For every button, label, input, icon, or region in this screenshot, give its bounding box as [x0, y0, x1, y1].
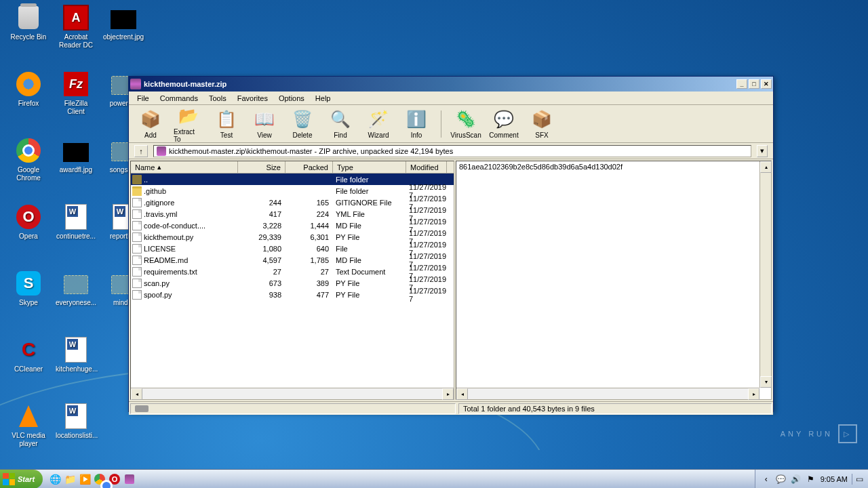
scroll-left-button[interactable]: ◂ — [456, 388, 468, 400]
tray-notify-icon[interactable]: 💬 — [776, 474, 787, 485]
tool-test-button[interactable]: 📋Test — [210, 107, 243, 140]
tool-label: Test — [220, 131, 233, 139]
ql-ie[interactable]: 🌐 — [48, 472, 62, 486]
file-type: PY File — [333, 233, 406, 241]
folder-up-icon — [132, 175, 142, 184]
maximize-button[interactable]: □ — [749, 79, 760, 89]
desktop-icon-objectrent-jpg[interactable]: objectrent.jpg — [103, 4, 144, 41]
file-row[interactable]: LICENSE1,080640File11/27/2019 7 — [131, 243, 454, 254]
tool-virusscan-button[interactable]: 🦠VirusScan — [450, 107, 482, 140]
close-button[interactable]: ✕ — [761, 79, 772, 89]
tool-add-button[interactable]: 📦Add — [134, 107, 167, 140]
file-type: File folder — [333, 176, 406, 184]
desktop-icon-kitchenhuge-[interactable]: kitchenhuge... — [56, 336, 96, 373]
file-row[interactable]: spoof.py938477PY File11/27/2019 7 — [131, 289, 454, 300]
file-row[interactable]: requirements.txt2727Text Document11/27/2… — [131, 266, 454, 277]
wizard-icon: 🪄 — [368, 108, 389, 130]
tool-delete-button[interactable]: 🗑️Delete — [286, 107, 319, 140]
desktop-icon-skype[interactable]: SSkype — [8, 270, 49, 307]
show-desktop-button[interactable]: ▭ — [852, 474, 863, 485]
file-row[interactable]: code-of-conduct....3,2281,444MD File11/2… — [131, 220, 454, 231]
preview-hscrollbar[interactable]: ◂ ▸ — [456, 388, 760, 399]
file-name: README.md — [144, 256, 188, 264]
col-header-packed[interactable]: Packed — [285, 161, 333, 173]
scroll-left-button[interactable]: ◂ — [131, 388, 142, 400]
desktop-icon-firefox[interactable]: Firefox — [8, 70, 49, 108]
titlebar[interactable]: kickthemout-master.zip _ □ ✕ — [129, 77, 773, 92]
tray-expand-icon[interactable]: ‹ — [761, 474, 772, 485]
col-header-size[interactable]: Size — [238, 161, 285, 173]
tray-flag-icon[interactable]: ⚑ — [806, 474, 816, 485]
file-packed: 224 — [285, 210, 333, 218]
file-row[interactable]: .gitignore244165GITIGNORE File11/27/2019… — [131, 197, 454, 208]
desktop-icon-ccleaner[interactable]: CCCleaner — [8, 336, 49, 373]
file-row[interactable]: README.md4,5971,785MD File11/27/2019 7 — [131, 254, 454, 266]
desktop-icon-vlc-media-player[interactable]: VLC media player — [8, 403, 49, 448]
ql-winrar[interactable] — [123, 472, 136, 486]
scroll-track[interactable] — [468, 388, 748, 399]
col-header-modified[interactable]: Modified — [406, 161, 447, 173]
tool-label: Comment — [489, 131, 518, 139]
file-list[interactable]: ..File folder.githubFile folder11/27/201… — [131, 174, 454, 388]
desktop-icon-filezilla-client[interactable]: FzFileZilla Client — [56, 70, 96, 116]
file-name: requirements.txt — [144, 268, 197, 276]
menu-tools[interactable]: Tools — [203, 93, 232, 104]
menu-favorites[interactable]: Favorites — [232, 93, 273, 104]
file-packed: 1,785 — [285, 256, 333, 264]
desktop-icon-awardfl-jpg[interactable]: awardfl.jpg — [56, 137, 96, 174]
tool-extract-to-button[interactable]: 📂Extract To — [172, 104, 205, 144]
desktop-icon-google-chrome[interactable]: Google Chrome — [8, 137, 49, 182]
tool-find-button[interactable]: 🔍Find — [324, 107, 357, 140]
minimize-button[interactable]: _ — [736, 79, 747, 89]
path-dropdown-button[interactable]: ▾ — [757, 145, 768, 157]
menu-commands[interactable]: Commands — [155, 93, 203, 104]
tool-view-button[interactable]: 📖View — [248, 107, 281, 140]
tool-info-button[interactable]: ℹ️Info — [400, 107, 433, 140]
desktop-icon-everyonese-[interactable]: everyonese... — [56, 270, 96, 307]
path-input[interactable]: kickthemout-master.zip\kickthemout-maste… — [153, 145, 751, 157]
file-row[interactable]: .travis.yml417224YML File11/27/2019 7 — [131, 208, 454, 220]
desktop[interactable]: Recycle BinAAcrobat Reader DCobjectrent.… — [0, 0, 868, 469]
file-list-panel: Name ▴ Size Packed Type Modified ..File … — [130, 161, 454, 400]
menu-file[interactable]: File — [132, 93, 155, 104]
file-row[interactable]: ..File folder — [131, 174, 454, 185]
desktop-icon-opera[interactable]: OOpera — [8, 203, 49, 241]
preview-vscrollbar[interactable]: ▴ ▾ — [760, 161, 771, 388]
start-button[interactable]: Start — [0, 470, 43, 489]
scroll-right-button[interactable]: ▸ — [442, 388, 454, 400]
col-header-name[interactable]: Name ▴ — [131, 161, 238, 173]
systray: ‹ 💬 🔊 ⚑ 9:05 AM ▭ — [755, 470, 868, 489]
file-row[interactable]: .githubFile folder11/27/2019 7 — [131, 185, 454, 197]
opera-icon: O — [15, 203, 42, 230]
file-hscrollbar[interactable]: ◂ ▸ — [131, 388, 454, 399]
desktop-icon-continuetre-[interactable]: continuetre... — [56, 203, 96, 241]
file-type: File folder — [333, 187, 406, 195]
menu-options[interactable]: Options — [273, 93, 310, 104]
col-header-type[interactable]: Type — [333, 161, 406, 173]
scroll-track[interactable] — [142, 388, 442, 399]
clock[interactable]: 9:05 AM — [821, 475, 848, 483]
file-row[interactable]: scan.py673389PY File11/27/2019 7 — [131, 277, 454, 289]
scroll-up-button[interactable]: ▴ — [760, 161, 772, 173]
desktop-icon-locationslisti-[interactable]: locationslisti... — [56, 403, 96, 440]
ql-player[interactable]: ▶️ — [78, 472, 92, 486]
desktop-icon-acrobat-reader-dc[interactable]: AAcrobat Reader DC — [56, 4, 96, 49]
tray-volume-icon[interactable]: 🔊 — [791, 474, 802, 485]
ql-explorer[interactable]: 📁 — [63, 472, 77, 486]
tool-comment-button[interactable]: 💬Comment — [488, 107, 520, 140]
icon-label: kitchenhuge... — [56, 365, 96, 373]
file-type: Text Document — [333, 268, 406, 276]
scroll-right-button[interactable]: ▸ — [748, 388, 760, 400]
file-row[interactable]: kickthemout.py29,3396,301PY File11/27/20… — [131, 231, 454, 243]
winrar-window: kickthemout-master.zip _ □ ✕ FileCommand… — [128, 76, 774, 412]
tool-sfx-button[interactable]: 📦SFX — [526, 107, 558, 140]
tool-label: Add — [144, 131, 157, 139]
ql-chrome[interactable] — [93, 472, 106, 486]
scroll-down-button[interactable]: ▾ — [760, 376, 772, 388]
menu-help[interactable]: Help — [310, 93, 336, 104]
tool-wizard-button[interactable]: 🪄Wizard — [362, 107, 395, 140]
file-icon — [132, 209, 142, 219]
desktop-icon-recycle-bin[interactable]: Recycle Bin — [8, 4, 49, 41]
up-button[interactable]: ↑ — [134, 145, 148, 157]
file-icon — [132, 279, 142, 288]
